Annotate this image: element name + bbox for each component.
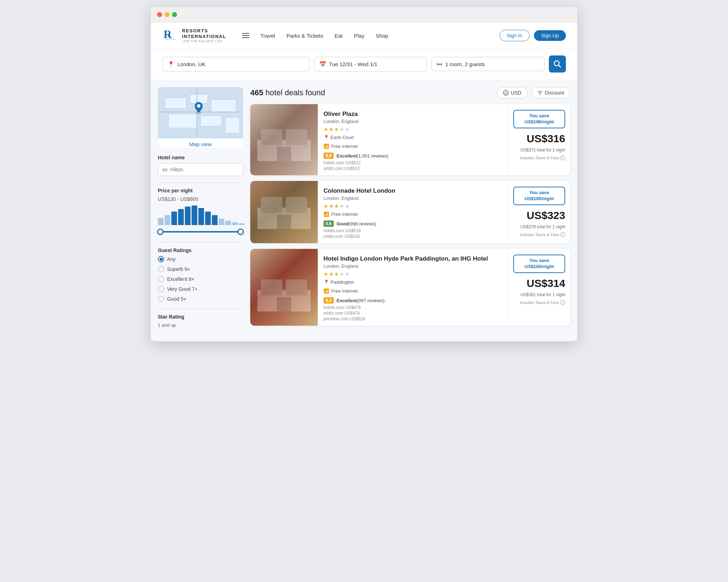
currency-button[interactable]: $ USD <box>497 87 528 98</box>
date-field: 📅 <box>314 57 427 71</box>
info-icon-0[interactable]: i <box>560 155 565 160</box>
compare-price-2-2: priceline.com US$526 <box>323 316 502 321</box>
compare-price-2-0: hotels.com US$479 <box>323 305 502 310</box>
svg-rect-22 <box>261 129 282 145</box>
hotel-name-label: Hotel name <box>158 155 243 160</box>
compare-price-0-0: hotels.com US$512 <box>323 160 502 165</box>
minimize-dot[interactable] <box>165 12 170 17</box>
close-dot[interactable] <box>157 12 162 17</box>
logo-text-block: RESORTS INTERNATIONAL LIVE THE FULLEST L… <box>182 28 226 43</box>
date-input[interactable] <box>329 61 422 67</box>
hotel-card-2[interactable]: Hotel Indigo London Hyde Park Paddington… <box>250 249 570 326</box>
rating-option-4[interactable]: Good 5+ <box>158 296 243 302</box>
svg-rect-11 <box>225 117 240 133</box>
price-total-1: US$379 total for 1 night <box>520 224 565 229</box>
price-filter: Price per night US$130 - US$800 <box>158 188 243 236</box>
hotel-stars-0: ★★★★★ <box>323 126 502 133</box>
room-silhouette <box>250 249 318 326</box>
location-input[interactable] <box>177 61 304 67</box>
radio-circle-0 <box>158 256 164 262</box>
wifi-icon: 📶 <box>323 144 329 149</box>
compare-prices-1: hotels.com US$518orbitz.com US$518 <box>323 228 502 239</box>
star-rating-value: 1 and up <box>158 322 243 328</box>
search-button[interactable] <box>549 55 566 73</box>
price-bar-0 <box>158 218 164 225</box>
logo-icon: R i <box>162 27 178 44</box>
radio-circle-3 <box>158 286 164 292</box>
room-silhouette <box>250 104 318 175</box>
review-text-1: Good(998 reviews) <box>337 221 376 226</box>
slider-thumb-left[interactable] <box>157 229 164 235</box>
slider-track <box>158 231 243 233</box>
star-3-hotel-1: ★ <box>334 203 339 209</box>
nav-link-play[interactable]: Play <box>354 33 364 39</box>
amenity-text-1: Free Internet <box>331 212 358 217</box>
rating-option-3[interactable]: Very Good 7+ <box>158 286 243 292</box>
star-2-hotel-2: ★ <box>329 271 333 277</box>
nav-link-eat[interactable]: Eat <box>334 33 343 39</box>
radio-circle-1 <box>158 266 164 272</box>
price-bar-11 <box>232 222 238 225</box>
hotel-name-input[interactable] <box>158 163 243 176</box>
neighborhood-text-0: Earls Court <box>331 135 354 140</box>
slider-thumb-right[interactable] <box>237 229 244 235</box>
hotel-details-1: Colonnade Hotel LondonLondon, England★★★… <box>318 181 508 243</box>
star-4-hotel-1: ★ <box>339 203 344 209</box>
hotels-list: Oliver PlazaLondon, England★★★★★📍Earls C… <box>250 104 570 326</box>
logo-name-line1: RESORTS <box>182 28 226 34</box>
price-slider[interactable] <box>158 228 243 236</box>
nav-link-shop[interactable]: Shop <box>376 33 388 39</box>
rating-option-1[interactable]: Superb 9+ <box>158 266 243 272</box>
maximize-dot[interactable] <box>172 12 177 17</box>
price-box-0: You save US$196/nightUS$316US$371 total … <box>508 104 570 175</box>
rating-badge-0: 8.8 <box>323 153 334 159</box>
info-icon-2[interactable]: i <box>560 300 565 305</box>
hotel-name-0: Oliver Plaza <box>323 111 502 118</box>
savings-badge-0: You save US$196/night <box>513 110 565 128</box>
ratings-group: AnySuperb 9+Excellent 8+Very Good 7+Good… <box>158 256 243 302</box>
svg-text:i: i <box>168 31 171 40</box>
nav-link-travel[interactable]: Travel <box>261 33 275 39</box>
discount-button[interactable]: Discount <box>531 87 570 98</box>
star-1-hotel-2: ★ <box>323 271 328 277</box>
nav-actions: Sign In Sign Up <box>499 30 566 41</box>
hotel-card-1[interactable]: Colonnade Hotel LondonLondon, England★★★… <box>250 181 570 243</box>
hotel-image-0 <box>250 104 318 175</box>
price-main-0: US$316 <box>527 133 565 145</box>
hotel-location-0: London, England <box>323 119 502 124</box>
price-includes-2: Includes Taxes & Feesi <box>520 300 565 305</box>
rating-option-2[interactable]: Excellent 8+ <box>158 276 243 282</box>
review-text-0: Excellent(1,001 reviews) <box>337 153 389 159</box>
hotel-neighborhood-2: 📍Paddington <box>323 279 502 285</box>
hotel-card-0[interactable]: Oliver PlazaLondon, England★★★★★📍Earls C… <box>250 104 570 175</box>
map-svg <box>158 87 243 137</box>
star-rating-label: Star Rating <box>158 314 243 320</box>
rating-option-0[interactable]: Any <box>158 256 243 262</box>
star-4-hotel-0: ★ <box>339 126 344 133</box>
signin-button[interactable]: Sign In <box>499 30 530 41</box>
price-includes-text-2: Includes Taxes & Fees <box>520 300 559 305</box>
star-3-hotel-2: ★ <box>334 271 339 277</box>
svg-text:$: $ <box>504 91 506 95</box>
rating-label-4: Good 5+ <box>167 296 186 302</box>
rooms-input[interactable] <box>445 61 539 67</box>
sidebar: Map view Hotel name Price per night US$1… <box>158 87 243 334</box>
currency-icon: $ <box>503 90 509 96</box>
hamburger-menu[interactable] <box>241 32 251 39</box>
signup-button[interactable]: Sign Up <box>534 30 566 41</box>
logo-tagline: LIVE THE FULLEST LIFE <box>182 39 226 43</box>
price-bar-4 <box>185 207 191 225</box>
neighborhood-pin-icon: 📍 <box>323 135 329 140</box>
nav-link-parks[interactable]: Parks & Tickets <box>287 33 323 39</box>
compare-price-0-1: orbitz.com US$512 <box>323 166 502 171</box>
hotel-amenities-0: 📶Free Internet <box>323 144 502 149</box>
price-bar-5 <box>192 205 197 225</box>
rating-label-2: Excellent 8+ <box>167 276 194 282</box>
price-bar-10 <box>225 221 231 225</box>
map-view-link[interactable]: Map view <box>158 138 243 148</box>
info-icon-1[interactable]: i <box>560 232 565 237</box>
price-bar-12 <box>239 223 245 225</box>
svg-rect-27 <box>286 197 307 213</box>
location-field: 📍 <box>162 57 310 71</box>
logo-area: R i RESORTS INTERNATIONAL LIVE THE FULLE… <box>162 27 226 44</box>
